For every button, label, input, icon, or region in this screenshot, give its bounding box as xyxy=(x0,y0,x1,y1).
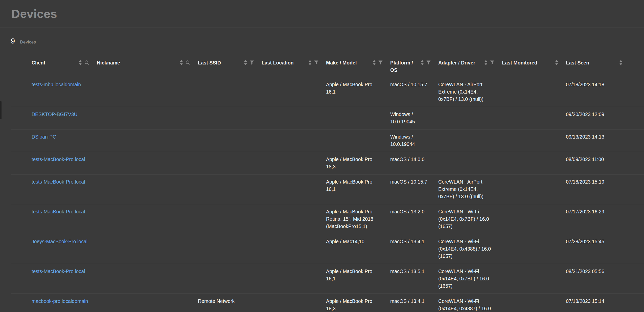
adapter-driver-cell: CoreWLAN - AirPort Extreme (0x14E4, 0x7B… xyxy=(438,77,502,107)
adapter-driver-cell: CoreWLAN - AirPort Extreme (0x14E4, 0x7B… xyxy=(438,174,502,204)
last-monitored-cell xyxy=(502,204,566,234)
client-link[interactable]: DESKTOP-BGI7V3U xyxy=(32,112,78,117)
column-icons xyxy=(484,60,494,65)
last-ssid-cell: Remote Network xyxy=(198,294,262,312)
device-table-body: tests-mbp.localdomain Apple / MacBook Pr… xyxy=(11,77,644,312)
platform-os-cell: macOS / 10.15.7 xyxy=(390,77,438,107)
filter-icon[interactable] xyxy=(314,60,318,65)
last-seen-cell: 08/09/2023 11:00 xyxy=(566,152,644,174)
sort-carets-icon[interactable] xyxy=(373,60,376,65)
column-label: Nickname xyxy=(97,59,120,66)
sort-carets-icon[interactable] xyxy=(79,60,82,65)
client-cell: Joeys-MacBook-Pro.local xyxy=(11,234,97,264)
column-header[interactable]: Make / Model xyxy=(326,53,390,77)
nickname-cell xyxy=(97,129,198,152)
filter-icon[interactable] xyxy=(426,60,431,65)
nickname-cell xyxy=(97,107,198,129)
last-seen-cell: 07/18/2023 15:14 xyxy=(566,294,644,312)
last-location-cell xyxy=(262,129,326,152)
devices-table: Client Nickname xyxy=(11,53,644,312)
client-link[interactable]: Joeys-MacBook-Pro.local xyxy=(32,239,87,244)
client-link[interactable]: macbook-pro.localdomain xyxy=(32,298,88,304)
filter-icon[interactable] xyxy=(490,60,494,65)
nickname-cell xyxy=(97,264,198,294)
filter-icon[interactable] xyxy=(250,60,254,65)
device-row: tests-MacBook-Pro.local Apple / MacBook … xyxy=(11,174,644,204)
client-link[interactable]: tests-mbp.localdomain xyxy=(32,82,81,87)
adapter-driver-cell xyxy=(438,129,502,152)
last-location-cell xyxy=(262,294,326,312)
client-link[interactable]: tests-MacBook-Pro.local xyxy=(32,209,85,214)
last-seen-cell: 07/17/2023 16:29 xyxy=(566,204,644,234)
device-row: macbook-pro.localdomain Remote Network A… xyxy=(11,294,644,312)
filter-icon[interactable] xyxy=(378,60,383,65)
column-header[interactable]: Last Seen xyxy=(566,53,644,77)
client-link[interactable]: tests-MacBook-Pro.local xyxy=(32,269,85,274)
last-monitored-cell xyxy=(502,234,566,264)
last-location-cell xyxy=(262,107,326,129)
column-icons xyxy=(373,60,383,65)
column-header[interactable]: Adapter / Driver xyxy=(438,53,502,77)
client-cell: tests-MacBook-Pro.local xyxy=(11,152,97,174)
client-cell: tests-MacBook-Pro.local xyxy=(11,204,97,234)
sort-carets-icon[interactable] xyxy=(619,60,623,65)
sort-carets-icon[interactable] xyxy=(484,60,488,65)
nickname-cell xyxy=(97,152,198,174)
make-model-cell: Apple / MacBook Pro 16,1 xyxy=(326,264,390,294)
last-location-cell xyxy=(262,264,326,294)
sort-carets-icon[interactable] xyxy=(244,60,247,65)
column-header[interactable]: Last Location xyxy=(262,53,326,77)
client-cell: tests-MacBook-Pro.local xyxy=(11,174,97,204)
make-model-cell: Apple / MacBook Pro Retina, 15", Mid 201… xyxy=(326,204,390,234)
last-monitored-cell xyxy=(502,107,566,129)
column-label: Last Location xyxy=(262,59,294,66)
client-link[interactable]: DSloan-PC xyxy=(32,134,56,140)
last-seen-cell: 09/20/2023 12:09 xyxy=(566,107,644,129)
column-icons xyxy=(308,60,318,65)
last-location-cell xyxy=(262,234,326,264)
column-label: Platform / OS xyxy=(390,59,413,74)
make-model-cell: Apple / MacBook Pro 16,1 xyxy=(326,77,390,107)
last-ssid-cell xyxy=(198,77,262,107)
adapter-driver-cell: CoreWLAN - Wi-Fi (0x14E4, 0x4387) / 16.0… xyxy=(438,294,502,312)
sort-carets-icon[interactable] xyxy=(180,60,183,65)
last-ssid-cell xyxy=(198,204,262,234)
column-header[interactable]: Last SSID xyxy=(198,53,262,77)
client-cell: macbook-pro.localdomain xyxy=(11,294,97,312)
platform-os-cell: macOS / 13.2.0 xyxy=(390,204,438,234)
client-link[interactable]: tests-MacBook-Pro.local xyxy=(32,179,85,185)
nickname-cell xyxy=(97,234,198,264)
sort-carets-icon[interactable] xyxy=(308,60,312,65)
search-icon[interactable] xyxy=(186,60,190,65)
column-label: Last Seen xyxy=(566,59,589,66)
last-ssid-cell xyxy=(198,152,262,174)
top-bar: Devices xyxy=(0,0,644,28)
sort-carets-icon[interactable] xyxy=(421,60,424,65)
column-header[interactable]: Client xyxy=(11,53,97,77)
platform-os-cell: macOS / 10.15.7 xyxy=(390,174,438,204)
column-header[interactable]: Nickname xyxy=(97,53,198,77)
device-row: Joeys-MacBook-Pro.local Apple / Mac14,10… xyxy=(11,234,644,264)
search-icon[interactable] xyxy=(84,60,89,65)
nickname-cell xyxy=(97,204,198,234)
column-label: Last Monitored xyxy=(502,59,537,66)
client-link[interactable]: tests-MacBook-Pro.local xyxy=(32,157,85,162)
make-model-cell: Apple / MacBook Pro 16,1 xyxy=(326,174,390,204)
devices-table-header: Client Nickname xyxy=(11,53,644,77)
last-seen-cell: 07/18/2023 14:18 xyxy=(566,77,644,107)
column-label: Make / Model xyxy=(326,59,357,66)
last-monitored-cell xyxy=(502,264,566,294)
last-location-cell xyxy=(262,204,326,234)
column-header[interactable]: Platform / OS xyxy=(390,53,438,77)
device-row: tests-mbp.localdomain Apple / MacBook Pr… xyxy=(11,77,644,107)
device-count: 9 xyxy=(11,37,15,45)
last-monitored-cell xyxy=(502,152,566,174)
last-location-cell xyxy=(262,77,326,107)
last-ssid-cell xyxy=(198,129,262,152)
adapter-driver-cell: CoreWLAN - Wi-Fi (0x14E4, 0x7BF) / 16.0 … xyxy=(438,204,502,234)
device-row: tests-MacBook-Pro.local Apple / MacBook … xyxy=(11,264,644,294)
left-scrollbar-thumb[interactable] xyxy=(0,101,2,119)
last-monitored-cell xyxy=(502,129,566,152)
sort-carets-icon[interactable] xyxy=(555,60,558,65)
column-header[interactable]: Last Monitored xyxy=(502,53,566,77)
